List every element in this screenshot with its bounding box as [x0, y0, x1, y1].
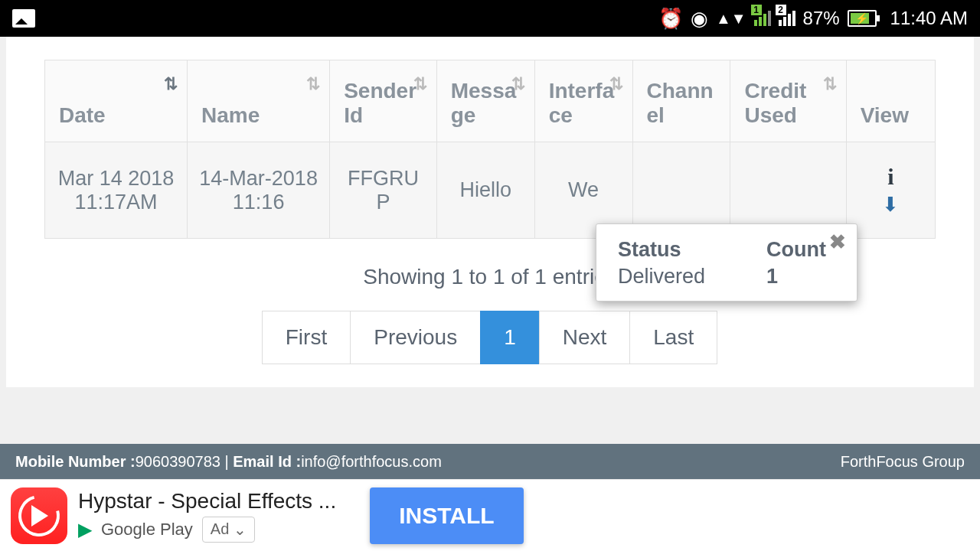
- page-next[interactable]: Next: [539, 311, 631, 364]
- col-senderid[interactable]: ⇅SenderId: [330, 60, 437, 142]
- data-arrows-icon: ▲▼: [716, 10, 746, 28]
- signal-sim2-icon: 2: [779, 11, 795, 26]
- install-button[interactable]: INSTALL: [370, 487, 523, 544]
- footer-email: info@forthfocus.com: [301, 453, 442, 471]
- footer-sep: |: [220, 453, 233, 471]
- col-view: View: [846, 60, 935, 142]
- sort-desc-icon: ⇅: [164, 74, 178, 94]
- page-footer: Mobile Number : 9060390783 | Email Id : …: [0, 444, 980, 479]
- chevron-down-icon: ⌄: [234, 520, 247, 539]
- col-name[interactable]: ⇅Name: [188, 60, 330, 142]
- footer-email-label: Email Id :: [233, 453, 301, 471]
- ad-badge[interactable]: Ad⌄: [202, 517, 255, 543]
- sort-icon: ⇅: [413, 74, 427, 94]
- sort-icon: ⇅: [823, 74, 837, 94]
- battery-percent: 87%: [803, 8, 840, 29]
- page-first[interactable]: First: [262, 311, 351, 364]
- page-1[interactable]: 1: [480, 311, 540, 364]
- cell-message: Hiello: [436, 142, 534, 239]
- ad-app-icon: [11, 487, 67, 544]
- col-credit[interactable]: ⇅Credit Used: [730, 60, 846, 142]
- col-name-label: Name: [201, 103, 260, 127]
- ad-title: Hypstar - Special Effects ...: [78, 489, 336, 514]
- sort-icon: ⇅: [511, 74, 525, 94]
- cell-sender: FFGRUP: [330, 142, 437, 239]
- page-last[interactable]: Last: [629, 311, 717, 364]
- sort-icon: ⇅: [609, 74, 623, 94]
- signal-sim1-icon: 1: [754, 11, 771, 26]
- status-tooltip: ✖ Status Delivered Count 1: [596, 223, 858, 302]
- col-senderid-label: SenderId: [344, 79, 416, 127]
- info-icon[interactable]: i: [887, 164, 893, 189]
- ad-store: Google Play: [101, 520, 193, 540]
- close-icon[interactable]: ✖: [829, 230, 846, 254]
- android-status-bar: ⏰ ◉ ▲▼ 1 2 87% ⚡ 11:40 AM: [0, 0, 980, 37]
- sort-icon: ⇅: [306, 74, 320, 94]
- col-message-label: Message: [451, 79, 517, 127]
- alarm-icon: ⏰: [658, 7, 683, 31]
- cell-name: 14-Mar-2018 11:16: [188, 142, 330, 239]
- page-prev[interactable]: Previous: [350, 311, 481, 364]
- col-date[interactable]: ⇅Date: [45, 60, 188, 142]
- col-message[interactable]: ⇅Message: [436, 60, 534, 142]
- tooltip-count-label: Count: [766, 238, 826, 262]
- tooltip-count-value: 1: [766, 265, 826, 289]
- ad-badge-text: Ad: [211, 520, 229, 538]
- main-content: ⇅Date ⇅Name ⇅SenderId ⇅Message ⇅Interfac…: [6, 37, 974, 387]
- data-table: ⇅Date ⇅Name ⇅SenderId ⇅Message ⇅Interfac…: [44, 60, 936, 239]
- footer-brand: ForthFocus Group: [841, 453, 965, 471]
- download-icon[interactable]: ⬇: [858, 193, 924, 217]
- pagination: First Previous 1 Next Last: [44, 311, 936, 364]
- gallery-icon: [12, 9, 35, 28]
- ad-banner[interactable]: Hypstar - Special Effects ... ▶ Google P…: [0, 479, 980, 551]
- col-credit-label: Credit Used: [744, 79, 806, 127]
- footer-mobile-label: Mobile Number :: [15, 453, 136, 471]
- col-channel[interactable]: Channel: [632, 60, 730, 142]
- col-date-label: Date: [59, 103, 106, 127]
- footer-mobile: 9060390783: [136, 453, 220, 471]
- tooltip-status-label: Status: [618, 238, 705, 262]
- battery-icon: ⚡: [848, 10, 877, 27]
- tooltip-status-value: Delivered: [618, 265, 705, 289]
- col-interface[interactable]: ⇅Interface: [534, 60, 632, 142]
- cell-date: Mar 14 2018 11:17AM: [45, 142, 188, 239]
- google-play-icon: ▶: [78, 519, 92, 540]
- wifi-icon: ◉: [691, 7, 708, 31]
- col-interface-label: Interface: [549, 79, 615, 127]
- cell-view: i ⬇: [846, 142, 935, 239]
- col-channel-label: Channel: [647, 79, 714, 127]
- clock: 11:40 AM: [890, 8, 968, 29]
- col-view-label: View: [861, 103, 909, 127]
